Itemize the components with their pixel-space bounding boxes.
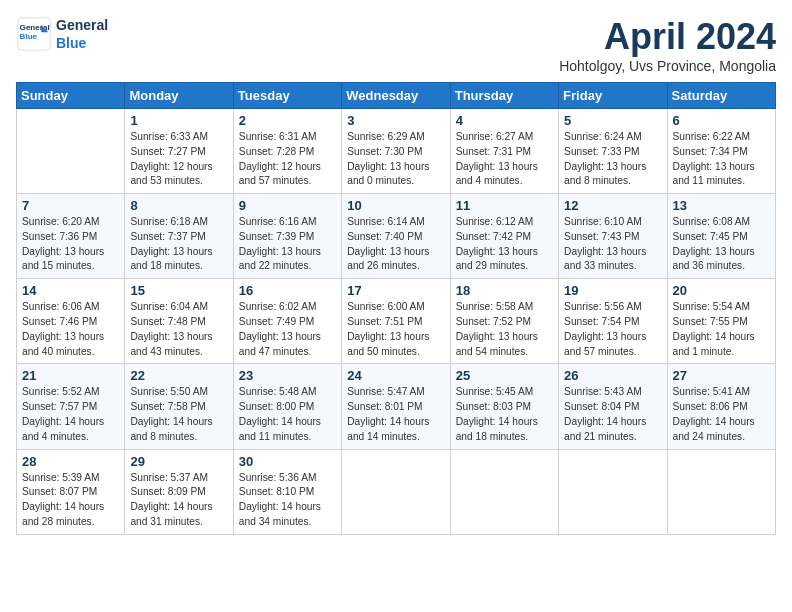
calendar-cell: 15Sunrise: 6:04 AM Sunset: 7:48 PM Dayli…	[125, 279, 233, 364]
calendar-cell: 2Sunrise: 6:31 AM Sunset: 7:28 PM Daylig…	[233, 109, 341, 194]
calendar-cell: 8Sunrise: 6:18 AM Sunset: 7:37 PM Daylig…	[125, 194, 233, 279]
calendar-cell: 28Sunrise: 5:39 AM Sunset: 8:07 PM Dayli…	[17, 449, 125, 534]
cell-sun-info: Sunrise: 5:43 AM Sunset: 8:04 PM Dayligh…	[564, 385, 661, 444]
calendar-cell	[342, 449, 450, 534]
cell-sun-info: Sunrise: 6:02 AM Sunset: 7:49 PM Dayligh…	[239, 300, 336, 359]
page-header: General Blue General Blue April 2024 Hoh…	[16, 16, 776, 74]
day-number: 28	[22, 454, 119, 469]
calendar-week-2: 7Sunrise: 6:20 AM Sunset: 7:36 PM Daylig…	[17, 194, 776, 279]
calendar-cell: 22Sunrise: 5:50 AM Sunset: 7:58 PM Dayli…	[125, 364, 233, 449]
weekday-header-monday: Monday	[125, 83, 233, 109]
calendar-cell: 10Sunrise: 6:14 AM Sunset: 7:40 PM Dayli…	[342, 194, 450, 279]
cell-sun-info: Sunrise: 6:24 AM Sunset: 7:33 PM Dayligh…	[564, 130, 661, 189]
calendar-cell	[450, 449, 558, 534]
day-number: 14	[22, 283, 119, 298]
calendar-week-3: 14Sunrise: 6:06 AM Sunset: 7:46 PM Dayli…	[17, 279, 776, 364]
weekday-header-saturday: Saturday	[667, 83, 775, 109]
logo-text: General Blue	[56, 16, 108, 52]
calendar-cell	[667, 449, 775, 534]
day-number: 6	[673, 113, 770, 128]
cell-sun-info: Sunrise: 6:04 AM Sunset: 7:48 PM Dayligh…	[130, 300, 227, 359]
calendar-cell: 26Sunrise: 5:43 AM Sunset: 8:04 PM Dayli…	[559, 364, 667, 449]
day-number: 11	[456, 198, 553, 213]
cell-sun-info: Sunrise: 5:56 AM Sunset: 7:54 PM Dayligh…	[564, 300, 661, 359]
cell-sun-info: Sunrise: 5:52 AM Sunset: 7:57 PM Dayligh…	[22, 385, 119, 444]
day-number: 2	[239, 113, 336, 128]
day-number: 23	[239, 368, 336, 383]
calendar-cell: 5Sunrise: 6:24 AM Sunset: 7:33 PM Daylig…	[559, 109, 667, 194]
cell-sun-info: Sunrise: 5:45 AM Sunset: 8:03 PM Dayligh…	[456, 385, 553, 444]
day-number: 29	[130, 454, 227, 469]
cell-sun-info: Sunrise: 6:06 AM Sunset: 7:46 PM Dayligh…	[22, 300, 119, 359]
calendar-week-4: 21Sunrise: 5:52 AM Sunset: 7:57 PM Dayli…	[17, 364, 776, 449]
calendar-cell: 16Sunrise: 6:02 AM Sunset: 7:49 PM Dayli…	[233, 279, 341, 364]
calendar-cell: 23Sunrise: 5:48 AM Sunset: 8:00 PM Dayli…	[233, 364, 341, 449]
svg-text:Blue: Blue	[20, 33, 38, 42]
calendar-cell: 12Sunrise: 6:10 AM Sunset: 7:43 PM Dayli…	[559, 194, 667, 279]
cell-sun-info: Sunrise: 5:37 AM Sunset: 8:09 PM Dayligh…	[130, 471, 227, 530]
day-number: 26	[564, 368, 661, 383]
calendar-cell	[559, 449, 667, 534]
cell-sun-info: Sunrise: 6:16 AM Sunset: 7:39 PM Dayligh…	[239, 215, 336, 274]
weekday-header-friday: Friday	[559, 83, 667, 109]
cell-sun-info: Sunrise: 6:00 AM Sunset: 7:51 PM Dayligh…	[347, 300, 444, 359]
cell-sun-info: Sunrise: 6:22 AM Sunset: 7:34 PM Dayligh…	[673, 130, 770, 189]
weekday-header-thursday: Thursday	[450, 83, 558, 109]
calendar-cell: 4Sunrise: 6:27 AM Sunset: 7:31 PM Daylig…	[450, 109, 558, 194]
calendar-cell: 11Sunrise: 6:12 AM Sunset: 7:42 PM Dayli…	[450, 194, 558, 279]
cell-sun-info: Sunrise: 5:54 AM Sunset: 7:55 PM Dayligh…	[673, 300, 770, 359]
day-number: 20	[673, 283, 770, 298]
calendar-cell: 7Sunrise: 6:20 AM Sunset: 7:36 PM Daylig…	[17, 194, 125, 279]
cell-sun-info: Sunrise: 5:47 AM Sunset: 8:01 PM Dayligh…	[347, 385, 444, 444]
day-number: 7	[22, 198, 119, 213]
calendar-cell: 20Sunrise: 5:54 AM Sunset: 7:55 PM Dayli…	[667, 279, 775, 364]
day-number: 8	[130, 198, 227, 213]
cell-sun-info: Sunrise: 5:36 AM Sunset: 8:10 PM Dayligh…	[239, 471, 336, 530]
calendar-cell: 24Sunrise: 5:47 AM Sunset: 8:01 PM Dayli…	[342, 364, 450, 449]
calendar-cell: 29Sunrise: 5:37 AM Sunset: 8:09 PM Dayli…	[125, 449, 233, 534]
calendar-cell: 17Sunrise: 6:00 AM Sunset: 7:51 PM Dayli…	[342, 279, 450, 364]
day-number: 5	[564, 113, 661, 128]
cell-sun-info: Sunrise: 6:33 AM Sunset: 7:27 PM Dayligh…	[130, 130, 227, 189]
weekday-header-sunday: Sunday	[17, 83, 125, 109]
cell-sun-info: Sunrise: 6:18 AM Sunset: 7:37 PM Dayligh…	[130, 215, 227, 274]
calendar-cell: 6Sunrise: 6:22 AM Sunset: 7:34 PM Daylig…	[667, 109, 775, 194]
day-number: 24	[347, 368, 444, 383]
cell-sun-info: Sunrise: 5:50 AM Sunset: 7:58 PM Dayligh…	[130, 385, 227, 444]
cell-sun-info: Sunrise: 6:27 AM Sunset: 7:31 PM Dayligh…	[456, 130, 553, 189]
calendar-week-1: 1Sunrise: 6:33 AM Sunset: 7:27 PM Daylig…	[17, 109, 776, 194]
title-block: April 2024 Hohtolgoy, Uvs Province, Mong…	[559, 16, 776, 74]
calendar-cell: 21Sunrise: 5:52 AM Sunset: 7:57 PM Dayli…	[17, 364, 125, 449]
cell-sun-info: Sunrise: 6:12 AM Sunset: 7:42 PM Dayligh…	[456, 215, 553, 274]
calendar-cell: 18Sunrise: 5:58 AM Sunset: 7:52 PM Dayli…	[450, 279, 558, 364]
calendar-cell: 1Sunrise: 6:33 AM Sunset: 7:27 PM Daylig…	[125, 109, 233, 194]
day-number: 15	[130, 283, 227, 298]
day-number: 10	[347, 198, 444, 213]
cell-sun-info: Sunrise: 5:58 AM Sunset: 7:52 PM Dayligh…	[456, 300, 553, 359]
cell-sun-info: Sunrise: 5:39 AM Sunset: 8:07 PM Dayligh…	[22, 471, 119, 530]
location-title: Hohtolgoy, Uvs Province, Mongolia	[559, 58, 776, 74]
day-number: 1	[130, 113, 227, 128]
cell-sun-info: Sunrise: 6:29 AM Sunset: 7:30 PM Dayligh…	[347, 130, 444, 189]
day-number: 17	[347, 283, 444, 298]
day-number: 3	[347, 113, 444, 128]
calendar-header-row: SundayMondayTuesdayWednesdayThursdayFrid…	[17, 83, 776, 109]
day-number: 16	[239, 283, 336, 298]
calendar-cell: 13Sunrise: 6:08 AM Sunset: 7:45 PM Dayli…	[667, 194, 775, 279]
calendar-cell: 30Sunrise: 5:36 AM Sunset: 8:10 PM Dayli…	[233, 449, 341, 534]
calendar-cell: 19Sunrise: 5:56 AM Sunset: 7:54 PM Dayli…	[559, 279, 667, 364]
cell-sun-info: Sunrise: 6:10 AM Sunset: 7:43 PM Dayligh…	[564, 215, 661, 274]
calendar-cell: 27Sunrise: 5:41 AM Sunset: 8:06 PM Dayli…	[667, 364, 775, 449]
calendar-cell: 3Sunrise: 6:29 AM Sunset: 7:30 PM Daylig…	[342, 109, 450, 194]
calendar-table: SundayMondayTuesdayWednesdayThursdayFrid…	[16, 82, 776, 535]
calendar-cell: 25Sunrise: 5:45 AM Sunset: 8:03 PM Dayli…	[450, 364, 558, 449]
calendar-cell: 14Sunrise: 6:06 AM Sunset: 7:46 PM Dayli…	[17, 279, 125, 364]
cell-sun-info: Sunrise: 6:20 AM Sunset: 7:36 PM Dayligh…	[22, 215, 119, 274]
day-number: 19	[564, 283, 661, 298]
day-number: 22	[130, 368, 227, 383]
month-title: April 2024	[559, 16, 776, 58]
cell-sun-info: Sunrise: 5:48 AM Sunset: 8:00 PM Dayligh…	[239, 385, 336, 444]
weekday-header-wednesday: Wednesday	[342, 83, 450, 109]
day-number: 12	[564, 198, 661, 213]
weekday-header-tuesday: Tuesday	[233, 83, 341, 109]
